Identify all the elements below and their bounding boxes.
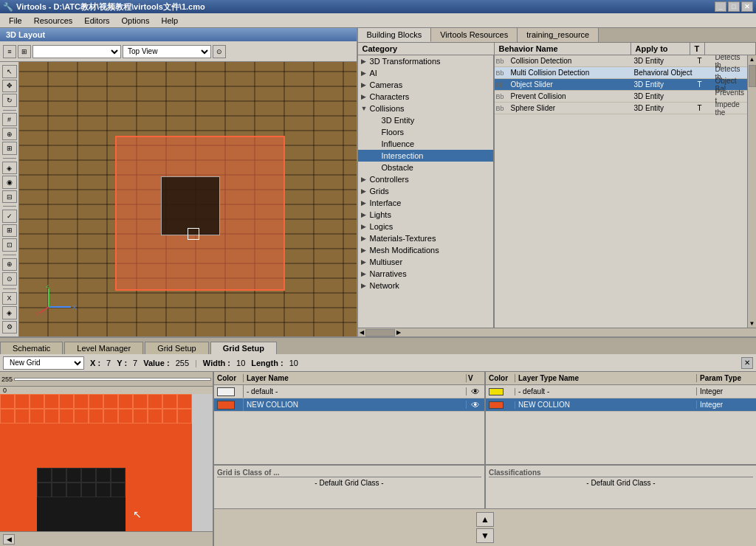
- tree-item-collisions[interactable]: ▼ Collisions: [358, 103, 493, 114]
- obj-tool-btn[interactable]: ⊡: [2, 238, 17, 252]
- tree-item-narratives[interactable]: ▶ Narratives: [358, 268, 493, 280]
- close-button[interactable]: ✕: [741, 1, 753, 12]
- maximize-button[interactable]: □: [728, 1, 740, 12]
- behavior-row-0[interactable]: Bb Collision Detection 3D Entity T Detec…: [495, 55, 747, 67]
- tree-item-floors[interactable]: Floors: [358, 126, 493, 138]
- viewport[interactable]: X Z Y: [19, 62, 357, 336]
- tree-item-3d-entity[interactable]: 3D Entity: [358, 114, 493, 126]
- view-preset-dropdown[interactable]: [32, 45, 121, 58]
- tree-item-obstacle[interactable]: Obstacle: [358, 162, 493, 173]
- minimize-button[interactable]: _: [715, 1, 726, 12]
- layer-v-1[interactable]: 👁: [467, 400, 484, 410]
- h-scroll-thumb[interactable]: [365, 329, 395, 336]
- window-controls[interactable]: _ □ ✕: [715, 1, 753, 12]
- select-tool-btn[interactable]: ↖: [2, 65, 17, 78]
- check-tool-btn[interactable]: ✓: [2, 210, 17, 223]
- camera-tool-btn[interactable]: ⊟: [2, 190, 17, 204]
- menu-editors[interactable]: Editors: [78, 15, 115, 27]
- tree-item-ai[interactable]: ▶ AI: [358, 67, 493, 79]
- grid-tool-btn[interactable]: #: [2, 113, 17, 126]
- tab-grid-setup-1[interactable]: Grid Setup: [145, 342, 209, 354]
- axis-x-btn[interactable]: X: [2, 292, 17, 305]
- tree-item-cameras[interactable]: ▶ Cameras: [358, 79, 493, 91]
- light-tool-btn[interactable]: ◉: [2, 176, 17, 189]
- pan-tool-btn[interactable]: ⊕: [2, 258, 17, 272]
- menu-resources[interactable]: Resources: [28, 15, 79, 27]
- horizontal-scrollbar[interactable]: ◀ ▶: [358, 328, 756, 336]
- bb-table-header: Category Behavior Name Apply to T: [358, 43, 756, 55]
- tab-building-blocks[interactable]: Building Blocks: [358, 28, 432, 42]
- ltt-row-1[interactable]: NEW COLLION Integer: [486, 398, 756, 412]
- tree-item-lights[interactable]: ▶ Lights: [358, 209, 493, 221]
- layer-tool-btn[interactable]: ⊞: [2, 142, 17, 155]
- tree-item-controllers[interactable]: ▶ Controllers: [358, 173, 493, 185]
- nav-prev-btn[interactable]: ◀: [3, 534, 15, 545]
- layer-row-1[interactable]: NEW COLLION 👁: [214, 398, 484, 412]
- arrow-down-btn[interactable]: ▼: [476, 528, 494, 543]
- tree-item-logics[interactable]: ▶ Logics: [358, 221, 493, 232]
- behavior-row-3[interactable]: Bb Prevent Collision 3D Entity Prevents …: [495, 91, 747, 103]
- tab-grid-setup-2[interactable]: Grid Setup: [210, 342, 277, 354]
- tree-item-3d-transformations[interactable]: ▶ 3D Transformations: [358, 55, 493, 67]
- behavior-row-1[interactable]: Bb Multi Collision Detection Behavioral …: [495, 67, 747, 79]
- menu-file[interactable]: File: [3, 15, 28, 27]
- ltt-row-0[interactable]: - default - Integer: [486, 385, 756, 398]
- tree-item-influence[interactable]: Influence: [358, 138, 493, 150]
- grid-black-cell: [52, 483, 66, 497]
- view-mode-dropdown[interactable]: Top View: [123, 45, 211, 58]
- layer-v-0[interactable]: 👁: [467, 387, 484, 397]
- tree-label-3d-entity: 3D Entity: [382, 116, 490, 125]
- tree-item-interface[interactable]: ▶ Interface: [358, 197, 493, 209]
- camera-btn[interactable]: ⊙: [213, 45, 226, 58]
- scroll-thumb[interactable]: [749, 65, 756, 87]
- tree-item-network[interactable]: ▶ Network: [358, 280, 493, 291]
- scroll-down-btn[interactable]: ▼: [749, 319, 756, 328]
- grid-class-left: Grid is Class of ... - Default Grid Clas…: [214, 466, 486, 508]
- rotate-tool-btn[interactable]: ↻: [2, 94, 17, 107]
- tree-item-characters[interactable]: ▶ Characters: [358, 91, 493, 103]
- move-tool-btn[interactable]: ✥: [2, 80, 17, 93]
- menu-options[interactable]: Options: [116, 15, 156, 27]
- eye-icon-1[interactable]: 👁: [471, 400, 480, 410]
- toolbar-btn-1[interactable]: ≡: [3, 45, 16, 58]
- x-value: 7: [106, 359, 111, 367]
- arrow-up-btn[interactable]: ▲: [476, 512, 494, 527]
- scroll-left-btn[interactable]: ◀: [358, 329, 365, 336]
- grid-close-btn[interactable]: ✕: [741, 357, 753, 369]
- tree-item-mesh-modifications[interactable]: ▶ Mesh Modifications: [358, 244, 493, 256]
- x-label: X :: [90, 359, 100, 367]
- tab-training-resource[interactable]: training_resource: [518, 28, 599, 42]
- scroll-up-btn[interactable]: ▲: [749, 55, 756, 63]
- extra-tool-btn[interactable]: ◈: [2, 306, 17, 319]
- behavior-row-2[interactable]: Bb Object Slider 3D Entity T Object Bal: [495, 79, 747, 91]
- settings-tool-btn[interactable]: ⚙: [2, 321, 17, 334]
- tab-schematic[interactable]: Schematic: [0, 342, 63, 354]
- layer-name-1: NEW COLLION: [244, 401, 467, 409]
- snap-tool-btn[interactable]: ⊕: [2, 128, 17, 141]
- scroll-right-btn[interactable]: ▶: [395, 329, 402, 336]
- slider-track[interactable]: [14, 378, 211, 381]
- tab-level-manager[interactable]: Level Manager: [64, 342, 143, 354]
- vertical-scrollbar[interactable]: ▲ ▼: [747, 55, 756, 328]
- menu-help[interactable]: Help: [155, 15, 184, 27]
- eye-icon-0[interactable]: 👁: [471, 387, 480, 397]
- grid-canvas[interactable]: ↖: [0, 394, 213, 531]
- grid-class-left-value: - Default Grid Class -: [217, 479, 481, 487]
- tree-item-materials-textures[interactable]: ▶ Materials-Textures: [358, 232, 493, 244]
- tree-item-multiuser[interactable]: ▶ Multiuser: [358, 256, 493, 268]
- grid-cell: [118, 409, 133, 424]
- layer-row-0[interactable]: - default - 👁: [214, 385, 484, 398]
- lt-header-name: Layer Name: [244, 374, 467, 382]
- grid-black-cell: [96, 468, 111, 483]
- tree-item-intersection[interactable]: Intersection: [358, 150, 493, 162]
- behavior-row-4[interactable]: Bb Sphere Slider 3D Entity T Impede the: [495, 103, 747, 114]
- grid2-tool-btn[interactable]: ⊞: [2, 224, 17, 238]
- zoom-tool-btn[interactable]: ⊙: [2, 272, 17, 286]
- grid-cell: [162, 394, 177, 409]
- grid-dropdown[interactable]: New Grid: [3, 356, 84, 370]
- toolbar-btn-2[interactable]: ⊞: [18, 45, 31, 58]
- behavior-prefix-1: Bb: [495, 69, 508, 77]
- tab-virtools-resources[interactable]: Virtools Resources: [431, 28, 518, 42]
- view-tool-btn[interactable]: ◈: [2, 162, 17, 175]
- tree-item-grids[interactable]: ▶ Grids: [358, 185, 493, 197]
